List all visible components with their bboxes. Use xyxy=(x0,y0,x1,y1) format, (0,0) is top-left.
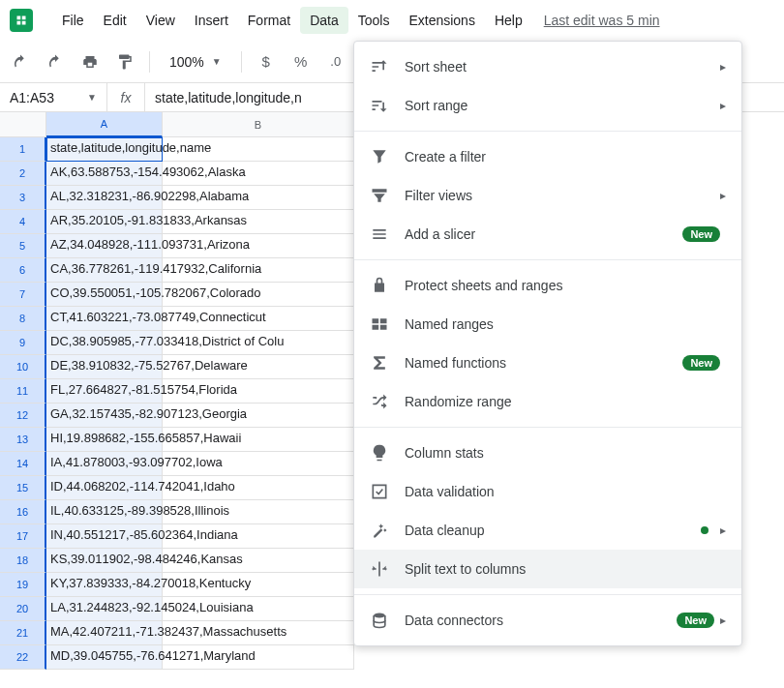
row-header[interactable]: 20 xyxy=(0,597,46,621)
menu-extensions[interactable]: Extensions xyxy=(399,7,484,34)
menu-item-sort-sheet[interactable]: Sort sheet▸ xyxy=(354,47,741,86)
menu-file[interactable]: File xyxy=(52,7,94,34)
menu-item-data-cleanup[interactable]: Data cleanup▸ xyxy=(354,511,741,550)
cell[interactable]: HI,19.898682,-155.665857,Hawaii xyxy=(46,428,163,452)
row-header[interactable]: 14 xyxy=(0,452,46,476)
cell[interactable]: MD,39.045755,-76.641271,Maryland xyxy=(46,645,163,670)
menu-item-add-a-slicer[interactable]: Add a slicerNew xyxy=(354,215,741,254)
cell[interactable] xyxy=(163,283,354,307)
row-header[interactable]: 18 xyxy=(0,549,46,573)
percent-button[interactable]: % xyxy=(286,47,316,76)
decrease-decimals-button[interactable]: .0 xyxy=(321,47,350,76)
cell[interactable]: FL,27.664827,-81.515754,Florida xyxy=(46,379,163,404)
row-header[interactable]: 15 xyxy=(0,476,46,500)
row-header[interactable]: 10 xyxy=(0,355,46,379)
menu-data[interactable]: Data xyxy=(300,7,348,34)
cell[interactable] xyxy=(163,645,354,670)
column-header-B[interactable]: B xyxy=(163,112,354,137)
menu-help[interactable]: Help xyxy=(485,7,532,34)
currency-button[interactable]: $ xyxy=(252,47,281,76)
cell[interactable]: AZ,34.048928,-111.093731,Arizona xyxy=(46,234,163,258)
row-header[interactable]: 2 xyxy=(0,162,46,186)
column-header-A[interactable]: A xyxy=(46,112,163,137)
cell[interactable] xyxy=(163,476,354,500)
menu-item-data-validation[interactable]: Data validation xyxy=(354,472,741,511)
cell[interactable] xyxy=(163,210,354,234)
cell[interactable] xyxy=(163,549,354,573)
menu-item-column-stats[interactable]: Column stats xyxy=(354,434,741,472)
menu-item-named-functions[interactable]: Named functionsNew xyxy=(354,344,741,382)
row-header[interactable]: 17 xyxy=(0,524,46,549)
cell[interactable] xyxy=(163,379,354,404)
cell[interactable] xyxy=(163,355,354,379)
menu-item-create-a-filter[interactable]: Create a filter xyxy=(354,137,741,176)
cell[interactable] xyxy=(163,428,354,452)
row-header[interactable]: 7 xyxy=(0,283,46,307)
cell[interactable]: ID,44.068202,-114.742041,Idaho xyxy=(46,476,163,500)
cell-reference-box[interactable]: A1:A53 ▼ xyxy=(0,90,106,105)
row-header[interactable]: 8 xyxy=(0,307,46,331)
menu-item-filter-views[interactable]: Filter views▸ xyxy=(354,176,741,215)
cell[interactable] xyxy=(163,162,354,186)
menu-tools[interactable]: Tools xyxy=(348,7,400,34)
cell[interactable] xyxy=(163,404,354,428)
select-all-corner[interactable] xyxy=(0,112,46,137)
cell[interactable]: IA,41.878003,-93.097702,Iowa xyxy=(46,452,163,476)
row-header[interactable]: 11 xyxy=(0,379,46,404)
menu-item-sort-range[interactable]: Sort range▸ xyxy=(354,86,741,125)
row-header[interactable]: 1 xyxy=(0,137,46,162)
cell[interactable]: CT,41.603221,-73.087749,Connecticut xyxy=(46,307,163,331)
cell[interactable]: state,latitude,longitude,name xyxy=(46,137,163,162)
menu-edit[interactable]: Edit xyxy=(94,7,136,34)
cell[interactable]: GA,32.157435,-82.907123,Georgia xyxy=(46,404,163,428)
cell[interactable] xyxy=(163,234,354,258)
cell[interactable] xyxy=(163,597,354,621)
cell[interactable] xyxy=(163,621,354,645)
menu-format[interactable]: Format xyxy=(238,7,300,34)
row-header[interactable]: 4 xyxy=(0,210,46,234)
cell[interactable]: AL,32.318231,-86.902298,Alabama xyxy=(46,186,163,210)
cell[interactable] xyxy=(163,258,354,283)
row-header[interactable]: 3 xyxy=(0,186,46,210)
row-header[interactable]: 13 xyxy=(0,428,46,452)
sheets-logo-icon[interactable] xyxy=(10,9,33,32)
undo-button[interactable] xyxy=(6,47,35,76)
menu-item-data-connectors[interactable]: Data connectorsNew▸ xyxy=(354,601,741,640)
cell[interactable]: DC,38.905985,-77.033418,District of Colu xyxy=(46,331,163,355)
cell[interactable]: MA,42.407211,-71.382437,Massachusetts xyxy=(46,621,163,645)
menu-item-randomize-range[interactable]: Randomize range xyxy=(354,382,741,421)
row-header[interactable]: 6 xyxy=(0,258,46,283)
row-header[interactable]: 21 xyxy=(0,621,46,645)
cell[interactable]: DE,38.910832,-75.52767,Delaware xyxy=(46,355,163,379)
last-edit-link[interactable]: Last edit was 5 min xyxy=(544,13,660,28)
row-header[interactable]: 5 xyxy=(0,234,46,258)
menu-item-split-text-to-columns[interactable]: Split text to columns xyxy=(354,550,741,588)
cell[interactable]: KS,39.011902,-98.484246,Kansas xyxy=(46,549,163,573)
cell[interactable] xyxy=(163,524,354,549)
print-button[interactable] xyxy=(75,47,105,76)
cell[interactable] xyxy=(163,331,354,355)
row-header[interactable]: 12 xyxy=(0,404,46,428)
cell[interactable] xyxy=(163,573,354,597)
zoom-select[interactable]: 100%▼ xyxy=(160,54,231,70)
cell[interactable]: IN,40.551217,-85.602364,Indiana xyxy=(46,524,163,549)
menu-insert[interactable]: Insert xyxy=(185,7,238,34)
cell[interactable]: CO,39.550051,-105.782067,Colorado xyxy=(46,283,163,307)
cell[interactable]: LA,31.244823,-92.145024,Louisiana xyxy=(46,597,163,621)
menu-item-named-ranges[interactable]: Named ranges xyxy=(354,305,741,344)
row-header[interactable]: 19 xyxy=(0,573,46,597)
cell[interactable]: IL,40.633125,-89.398528,Illinois xyxy=(46,500,163,524)
row-header[interactable]: 16 xyxy=(0,500,46,524)
cell[interactable] xyxy=(163,500,354,524)
cell[interactable]: CA,36.778261,-119.417932,California xyxy=(46,258,163,283)
menu-item-protect-sheets-and-ranges[interactable]: Protect sheets and ranges xyxy=(354,266,741,305)
paint-format-button[interactable] xyxy=(110,47,139,76)
cell[interactable] xyxy=(163,186,354,210)
menu-view[interactable]: View xyxy=(136,7,185,34)
redo-button[interactable] xyxy=(41,47,70,76)
cell[interactable] xyxy=(163,137,354,162)
formula-input[interactable]: state,latitude,longitude,n xyxy=(145,90,312,105)
cell[interactable]: KY,37.839333,-84.270018,Kentucky xyxy=(46,573,163,597)
cell[interactable] xyxy=(163,452,354,476)
cell[interactable]: AK,63.588753,-154.493062,Alaska xyxy=(46,162,163,186)
